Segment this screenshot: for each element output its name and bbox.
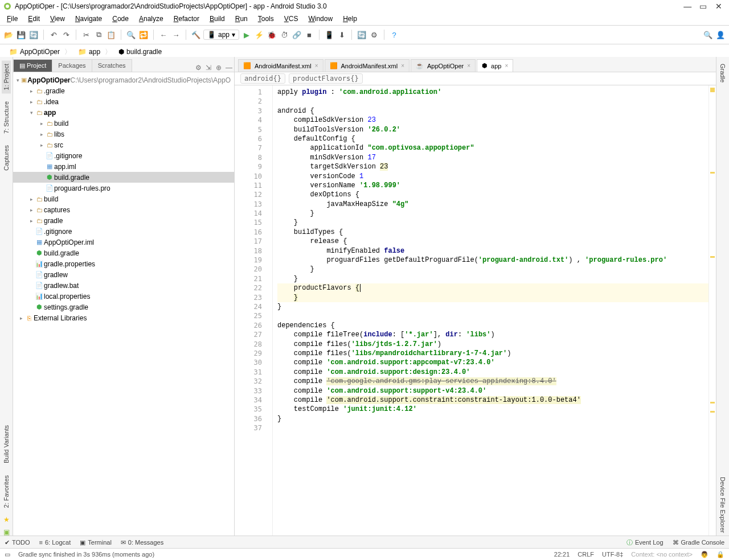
tree-node[interactable]: ▸🗀 .idea [13,96,234,107]
menu-view[interactable]: View [46,14,69,24]
menu-run[interactable]: Run [231,14,252,24]
inspection-icon[interactable]: 👨 [701,551,708,558]
tree-node[interactable]: ▦ app.iml [13,161,234,172]
tool-tab-terminal[interactable]: ▣Terminal [80,539,112,546]
tree-node[interactable]: ▸🗀 build [13,193,234,204]
collapse-icon[interactable]: ⇲ [203,64,214,72]
close-tab-icon[interactable]: × [505,63,508,69]
cut-icon[interactable]: ✂ [81,30,91,40]
tree-node[interactable]: ▸🗀 captures [13,204,234,215]
minimize-button[interactable]: — [681,0,694,13]
error-stripe[interactable] [708,85,716,536]
menu-edit[interactable]: Edit [23,14,44,24]
cursor-position[interactable]: 22:21 [554,551,570,558]
profile-icon[interactable]: ⏱ [279,30,289,40]
editor-tab[interactable]: ⬢app× [477,59,513,72]
tree-node[interactable]: ▦ AppOptiOper.iml [13,237,234,248]
replace-icon[interactable]: 🔁 [138,30,149,40]
editor-tab[interactable]: 🟧AndroidManifest.xml× [238,59,323,72]
breadcrumb-item[interactable]: 📁AppOptiOper [2,46,64,58]
line-separator[interactable]: CRLF [578,551,594,558]
undo-icon[interactable]: ↶ [48,30,59,40]
locate-icon[interactable]: ⊕ [214,64,224,72]
tool-tab-todo[interactable]: ✔TODO [5,539,30,546]
tree-node[interactable]: ⬢ build.gradle [13,172,234,183]
tree-node[interactable]: ▸🗀 .gradle [13,85,234,96]
menu-help[interactable]: Help [338,14,362,24]
tree-node[interactable]: 📊 gradle.properties [13,258,234,269]
close-button[interactable]: ✕ [712,0,726,13]
tree-node[interactable]: ▾🗀 app [13,107,234,118]
hide-icon[interactable]: — [224,64,234,72]
tree-node[interactable]: ⬢ build.gradle [13,248,234,258]
menu-code[interactable]: Code [108,14,133,24]
apply-changes-icon[interactable]: ⚡ [254,30,264,40]
tool-tab-gradle[interactable]: Gradle [718,60,727,86]
tree-node[interactable]: ▸🗀 gradle [13,215,234,226]
tree-node[interactable]: 📄 gradlew.bat [13,280,234,291]
sync-gradle-icon[interactable]: 🔄 [357,30,367,40]
forward-icon[interactable]: → [171,30,181,40]
status-toggle-icon[interactable]: ▭ [5,551,10,558]
file-encoding[interactable]: UTF-8‡ [602,551,623,558]
breadcrumb-item[interactable]: ⬢build.gradle [112,46,166,58]
sync-icon[interactable]: 🔄 [28,30,39,40]
project-tab-scratches[interactable]: Scratches [92,59,132,72]
tree-node[interactable]: ▸⎘ External Libraries [13,312,234,323]
close-tab-icon[interactable]: × [467,63,470,69]
menu-refactor[interactable]: Refactor [169,14,204,24]
close-tab-icon[interactable]: × [401,63,404,69]
menu-navigate[interactable]: Navigate [71,14,107,24]
tool-tab-device-explorer[interactable]: Device File Explorer [718,473,727,536]
avd-icon[interactable]: 📱 [324,30,334,40]
tree-node[interactable]: 📊 local.properties [13,291,234,302]
menu-window[interactable]: Window [304,14,337,24]
sdk-icon[interactable]: ⬇ [337,30,347,40]
tool-tab-captures[interactable]: Captures [2,142,11,174]
menu-build[interactable]: Build [205,14,230,24]
close-tab-icon[interactable]: × [315,63,318,69]
attach-icon[interactable]: 🔗 [292,30,302,40]
context-selector[interactable]: Context: <no context> [631,551,693,558]
run-config-selector[interactable]: 📱 app ▾ [203,30,239,40]
tree-root[interactable]: ▾▣ AppOptiOper C:\Users\programador2\And… [13,75,234,85]
back-icon[interactable]: ← [158,30,169,40]
tree-node[interactable]: 📄 .gitignore [13,150,234,161]
editor-tab[interactable]: ☕AppOptiOper× [411,59,476,72]
editor-code[interactable]: apply plugin : 'com.android.application'… [273,85,708,536]
find-icon[interactable]: 🔍 [126,30,136,40]
redo-icon[interactable]: ↷ [61,30,71,40]
lock-icon[interactable]: 🔒 [716,551,724,558]
tree-node[interactable]: ⬢ settings.gradle [13,302,234,312]
stop-icon[interactable]: ■ [304,30,314,40]
paste-icon[interactable]: 📋 [106,30,116,40]
make-icon[interactable]: 🔨 [191,30,201,40]
tool-tab-structure[interactable]: 7: Structure [2,98,11,137]
tree-node[interactable]: ▸🗀 libs [13,129,234,139]
editor-tab[interactable]: 🟧AndroidManifest.xml× [325,59,410,72]
menu-analyze[interactable]: Analyze [134,14,168,24]
tool-tab-logcat[interactable]: ≡6: Logcat [39,539,71,546]
menu-vcs[interactable]: VCS [280,14,303,24]
tool-tab-event-log[interactable]: ⓘEvent Log [626,538,664,547]
tree-node[interactable]: ▸🗀 build [13,118,234,129]
scope-productflavors[interactable]: productFlavors{} [289,73,363,84]
project-tab-packages[interactable]: Packages [52,59,92,72]
open-icon[interactable]: 📂 [3,30,14,40]
debug-icon[interactable]: 🐞 [267,30,277,40]
scope-android[interactable]: android{} [240,73,285,84]
tree-node[interactable]: 📄 gradlew [13,269,234,280]
tool-tab-gradle-console[interactable]: ⌘Gradle Console [673,539,724,546]
tool-tab-messages[interactable]: ✉0: Messages [121,539,163,546]
editor-gutter[interactable]: 1234567891011121314151617181920212223242… [235,85,273,536]
project-structure-icon[interactable]: ⚙ [369,30,379,40]
maximize-button[interactable]: ▭ [697,0,710,13]
tool-tab-build-variants[interactable]: Build Variants [2,422,11,467]
project-tab-project[interactable]: ▤ Project [13,59,52,72]
help-icon[interactable]: ? [389,30,399,40]
menu-file[interactable]: File [2,14,22,24]
copy-icon[interactable]: ⧉ [93,30,104,40]
user-icon[interactable]: 👤 [715,30,726,40]
tree-node[interactable]: 📄 .gitignore [13,226,234,237]
tool-tab-favorites[interactable]: 2: Favorites [2,472,11,511]
